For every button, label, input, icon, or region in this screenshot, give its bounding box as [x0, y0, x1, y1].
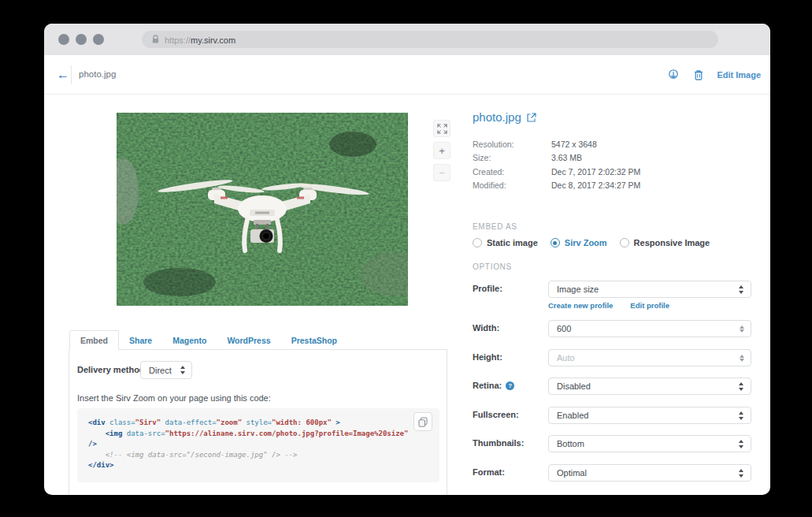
- select-arrows-icon: [738, 285, 744, 295]
- radio-label: Responsive Image: [634, 238, 710, 247]
- zoom-in-button[interactable]: +: [433, 142, 450, 159]
- profile-select[interactable]: Image size: [548, 281, 751, 298]
- field-label: Thumbnails:: [473, 438, 524, 448]
- field-value: Optimal: [557, 468, 587, 478]
- code-token: <!-- <img data-src="/second-image.jpg" /…: [88, 451, 298, 459]
- field-label: Fullscreen:: [473, 410, 519, 419]
- toolbar-divider: [71, 65, 72, 84]
- code-token: "zoom": [217, 418, 243, 426]
- tab-wordpress[interactable]: WordPress: [217, 330, 280, 350]
- browser-topbar: https://my.sirv.com: [44, 24, 770, 55]
- meta-row: Created:Dec 7, 2017 2:02:32 PM: [473, 165, 640, 179]
- radio-responsive-image[interactable]: Responsive Image: [620, 238, 710, 247]
- embed-as-heading: EMBED AS: [473, 222, 517, 231]
- zoom-out-button[interactable]: −: [433, 164, 450, 181]
- field-label: Retina:?: [473, 381, 514, 390]
- copy-icon: [418, 417, 428, 427]
- window-control-dot[interactable]: [93, 34, 104, 45]
- code-token: "https://alinane.sirv.com/photo.jpg?prof…: [165, 430, 409, 437]
- embed-code-block: <div class="Sirv" data-effect="zoom" sty…: [77, 408, 439, 482]
- embed-card: Delivery method: Direct Insert the Sirv …: [69, 349, 447, 495]
- options-heading: OPTIONS: [473, 262, 512, 271]
- radio-label: Static image: [487, 238, 538, 247]
- code-line: />: [88, 439, 439, 450]
- profile-links: Create new profileEdit profile: [548, 301, 669, 310]
- download-icon[interactable]: [666, 68, 680, 82]
- select-format[interactable]: Optimal: [548, 464, 751, 482]
- input-width[interactable]: 600: [548, 320, 751, 337]
- code-token: style=: [242, 418, 272, 426]
- link-create-new-profile[interactable]: Create new profile: [548, 301, 613, 310]
- tab-prestashop[interactable]: PrestaShop: [281, 330, 347, 350]
- file-detail-name: photo.jpg: [473, 110, 521, 124]
- radio-label: Sirv Zoom: [565, 238, 607, 247]
- radio-dot-icon: [620, 238, 629, 247]
- code-line: <img data-src="https://alinane.sirv.com/…: [88, 429, 439, 440]
- link-edit-profile[interactable]: Edit profile: [630, 301, 669, 310]
- radio-dot-icon: [551, 238, 560, 247]
- window-control-dot[interactable]: [76, 34, 87, 45]
- field-row-retina: Retina:?Disabled: [473, 378, 770, 395]
- window-control-dot[interactable]: [58, 34, 69, 45]
- edit-image-button[interactable]: Edit Image: [717, 70, 761, 80]
- delivery-method-select[interactable]: Direct: [140, 361, 192, 379]
- code-token: class=: [109, 418, 135, 426]
- embed-as-radio-group: Static imageSirv ZoomResponsive Image: [473, 238, 710, 247]
- code-line: <!-- <img data-src="/second-image.jpg" /…: [88, 450, 439, 461]
- field-value: Bottom: [557, 439, 584, 448]
- select-arrows-icon: [738, 469, 744, 478]
- url-scheme: https://: [165, 35, 191, 45]
- meta-value-size: 3.63 MB: [551, 153, 582, 162]
- select-thumbnails[interactable]: Bottom: [548, 435, 751, 452]
- radio-static-image[interactable]: Static image: [473, 238, 538, 247]
- meta-value-resolution: 5472 x 3648: [551, 139, 597, 149]
- code-token: <img: [88, 430, 127, 437]
- profile-row: Profile: Image size: [473, 281, 770, 298]
- profile-value: Image size: [557, 285, 599, 294]
- delivery-method-value: Direct: [149, 366, 172, 375]
- field-label: Format:: [473, 467, 505, 477]
- delete-icon[interactable]: [691, 68, 706, 82]
- code-token: <div: [88, 418, 109, 426]
- embed-instruction: Insert the Sirv Zoom on your page using …: [77, 393, 271, 403]
- copy-code-button[interactable]: [413, 412, 432, 431]
- drone-photo[interactable]: [117, 113, 408, 306]
- file-meta-list: Resolution:5472 x 3648Size:3.63 MBCreate…: [473, 137, 640, 192]
- meta-label-resolution: Resolution:: [473, 139, 551, 149]
- meta-label-created: Created:: [473, 167, 551, 177]
- tab-share[interactable]: Share: [119, 330, 162, 350]
- fullscreen-icon[interactable]: [433, 120, 450, 137]
- address-bar[interactable]: https://my.sirv.com: [142, 31, 718, 48]
- code-token: >: [332, 418, 340, 426]
- viewer-controls: + −: [433, 120, 450, 181]
- back-button[interactable]: ←: [54, 65, 72, 84]
- profile-label: Profile:: [473, 284, 502, 293]
- code-token: data-src=: [127, 430, 165, 437]
- delivery-method-label: Delivery method:: [77, 365, 147, 374]
- tab-embed[interactable]: Embed: [69, 330, 119, 350]
- meta-row: Size:3.63 MB: [473, 151, 640, 166]
- screenshot-stage: https://my.sirv.com ← photo.jpg Edit Ima…: [0, 0, 812, 517]
- code-token: data-effect=: [161, 418, 216, 426]
- browser-window: https://my.sirv.com ← photo.jpg Edit Ima…: [44, 24, 770, 495]
- meta-row: Resolution:5472 x 3648: [473, 137, 640, 151]
- radio-sirv-zoom[interactable]: Sirv Zoom: [551, 238, 607, 247]
- meta-value-created: Dec 7, 2017 2:02:32 PM: [551, 167, 640, 177]
- tab-magento[interactable]: Magento: [162, 330, 217, 350]
- select-retina[interactable]: Disabled: [548, 378, 751, 395]
- number-stepper-icon: [740, 354, 745, 363]
- toolbar-actions: Edit Image: [666, 65, 761, 84]
- field-row-width: Width:600: [473, 320, 770, 337]
- select-arrows-icon: [180, 366, 186, 375]
- code-token: </div>: [88, 461, 114, 469]
- meta-row: Modified:Dec 8, 2017 2:34:27 PM: [473, 179, 640, 193]
- input-height[interactable]: Auto: [548, 349, 751, 366]
- field-row-thumbnails: Thumbnails:Bottom: [473, 435, 770, 452]
- file-toolbar: ← photo.jpg Edit Image: [44, 55, 770, 95]
- select-fullscreen[interactable]: Enabled: [548, 407, 751, 424]
- help-icon[interactable]: ?: [506, 381, 514, 390]
- select-arrows-icon: [738, 440, 744, 449]
- field-value: Enabled: [557, 411, 588, 420]
- open-external-icon[interactable]: [527, 113, 536, 122]
- select-arrows-icon: [738, 382, 744, 392]
